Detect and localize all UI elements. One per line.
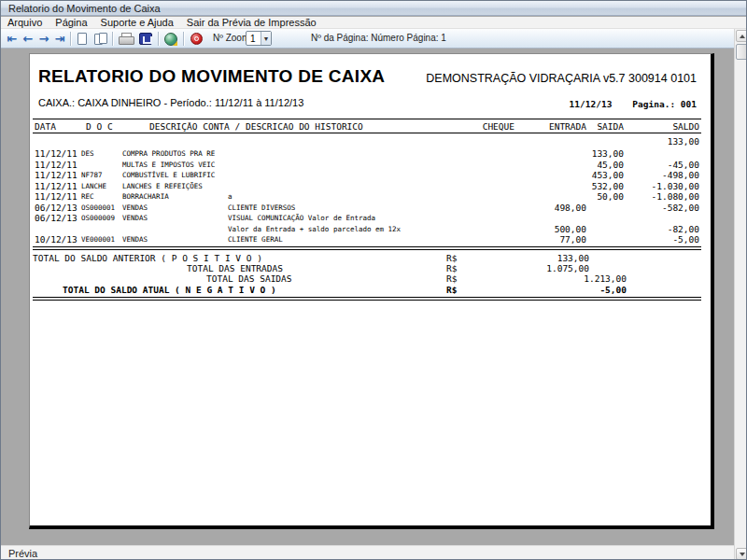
cell-date: 11/12/11 [35, 160, 78, 170]
report-version-line: DEMONSTRAÇÃO VIDRAÇARIA v5.7 300914 0101 [426, 72, 697, 85]
menu-item-arquivo[interactable]: Arquivo [1, 17, 49, 29]
total-value: -5,00 [533, 285, 627, 295]
total-row: TOTAL DAS SAIDAS R$ 1.213,00 [30, 273, 715, 284]
toolbar: ⇤ ← → ⇥ Nº Zoom 1 ▼ Nº da Página: Número… [1, 29, 747, 49]
cell-saida: 133,00 [530, 148, 624, 159]
total-label: TOTAL DO SALDO ANTERIOR ( P O S I T I V … [33, 253, 262, 263]
double-rule [33, 300, 701, 301]
zoom-value: 1 [247, 34, 261, 44]
col-data: DATA [35, 121, 56, 132]
cell-doc: DES [81, 149, 94, 158]
cell-doc: REC [81, 192, 94, 201]
title-bar: Relatorio do Movimento de Caixa [1, 1, 747, 16]
cell-date: 10/12/13 [35, 234, 78, 245]
status-bar: Prévia [1, 545, 734, 560]
cell-saldo: -1.030,00 [606, 181, 699, 191]
scroll-up-button[interactable] [736, 30, 747, 42]
cell-date: 06/12/13 [35, 203, 78, 213]
status-label: Prévia [8, 548, 37, 559]
cell-historico: CLIENTE GERAL [228, 235, 283, 244]
cell-saldo: -1.080,00 [606, 191, 699, 202]
menu-bar: Arquivo Página Suporte e Ajuda Sair da P… [1, 17, 747, 29]
cell-date: 11/12/11 [35, 148, 78, 159]
two-page-view-button[interactable] [92, 31, 110, 47]
total-row: TOTAL DO SALDO ANTERIOR ( P O S I T I V … [30, 253, 715, 263]
table-row: 10/12/13 VE000001 VENDAS CLIENTE GERAL 7… [30, 234, 715, 245]
double-rule [33, 249, 701, 250]
scrollbar-thumb[interactable] [736, 44, 747, 60]
close-preview-button[interactable] [188, 31, 204, 47]
arrow-down-icon [740, 553, 745, 556]
single-page-view-button[interactable] [75, 31, 90, 47]
next-page-button[interactable]: → [36, 31, 51, 47]
printer-setup-icon [139, 33, 152, 45]
cell-historico: a [228, 192, 233, 201]
total-value: 1.075,00 [496, 263, 589, 273]
currency-symbol: R$ [446, 263, 457, 273]
total-label: TOTAL DO SALDO ATUAL ( N E G A T I V O ) [63, 285, 276, 295]
menu-item-pagina[interactable]: Página [49, 17, 93, 29]
table-row: 11/12/11 DES COMPRA PRODUTOS PRA RE 133,… [30, 148, 715, 159]
rule [33, 119, 701, 119]
cell-doc: VE000001 [81, 235, 115, 244]
table-row: 11/12/11 REC BORRACHARIA a 50,00 -1.080,… [30, 191, 715, 202]
toolbar-separator [183, 32, 184, 46]
report-subtitle: CAIXA.: CAIXA DINHEIRO - Período.: 11/12… [38, 97, 303, 108]
total-value: 133,00 [496, 253, 589, 263]
total-label: TOTAL DAS ENTRADAS [187, 263, 283, 273]
first-page-button[interactable]: ⇤ [5, 31, 20, 47]
menu-item-sair-da-previa[interactable]: Sair da Prévia de Impressão [180, 17, 323, 29]
scroll-down-button[interactable] [736, 548, 747, 560]
report-title: RELATORIO DO MOVIMENTO DE CAIXA [38, 66, 385, 87]
cell-conta: VENDAS [122, 235, 148, 244]
cell-doc: LANCHE [81, 182, 106, 190]
cell-doc: OS000009 [81, 214, 115, 222]
toolbar-separator [158, 32, 159, 46]
col-doc: D O C [86, 121, 113, 132]
cell-conta: VENDAS [122, 214, 148, 222]
table-row: 06/12/13 OS000001 VENDAS CLIENTE DIVERSO… [30, 203, 715, 213]
currency-symbol: R$ [446, 253, 457, 263]
toolbar-separator [70, 32, 71, 46]
cell-date: 11/12/11 [35, 191, 78, 202]
previous-page-button[interactable]: ← [21, 31, 35, 47]
page-number-info: Nº da Página: Número Página: 1 [311, 33, 446, 43]
rule [33, 133, 701, 133]
total-value: 1.213,00 [533, 273, 627, 284]
printer-setup-button[interactable] [137, 31, 154, 47]
table-header: DATA D O C DESCRIÇÃO CONTA / DESCRICAO D… [30, 121, 715, 132]
cell-saldo: -498,00 [606, 170, 699, 180]
send-button[interactable] [162, 31, 179, 47]
arrow-up-icon [740, 35, 745, 38]
print-button[interactable] [117, 31, 134, 47]
last-page-button[interactable]: ⇥ [52, 31, 67, 47]
cell-conta: BORRACHARIA [122, 192, 169, 201]
zoom-select[interactable]: 1 ▼ [246, 31, 272, 46]
report-page: RELATORIO DO MOVIMENTO DE CAIXA DEMONSTR… [29, 53, 714, 529]
chevron-down-icon[interactable]: ▼ [261, 32, 271, 45]
total-label: TOTAL DAS SAIDAS [206, 273, 292, 284]
report-date: 11/12/13 [570, 99, 613, 109]
cell-saldo: -5,00 [606, 234, 699, 245]
close-preview-icon [190, 33, 203, 45]
cell-conta: VENDAS [122, 203, 148, 212]
cell-entrada: 77,00 [493, 234, 586, 245]
cell-doc: NF787 [81, 171, 103, 179]
table-row-continuation: Valor da Entrada + saldo parcelado em 12… [30, 224, 715, 234]
cell-conta: LANCHES E REFEIÇÕES [122, 182, 203, 190]
last-page-icon: ⇥ [55, 33, 65, 45]
cell-date: 11/12/11 [35, 181, 78, 191]
vertical-scrollbar[interactable] [734, 29, 747, 560]
menu-item-suporte-e-ajuda[interactable]: Suporte e Ajuda [94, 17, 180, 29]
single-page-view-icon [78, 33, 87, 45]
send-globe-icon [164, 33, 177, 46]
col-saldo: SALDO [606, 121, 699, 132]
double-rule [33, 246, 701, 247]
cell-saldo: -582,00 [606, 203, 699, 213]
two-page-view-icon [94, 33, 108, 45]
toolbar-separator [112, 32, 113, 46]
currency-symbol: R$ [446, 285, 457, 295]
cell-entrada: 498,00 [493, 203, 586, 213]
col-descricao: DESCRIÇÃO CONTA / DESCRICAO DO HISTORICO [149, 121, 363, 132]
cell-historico: VISUAL COMUNICAÇÃO Valor de Entrada [228, 214, 375, 222]
